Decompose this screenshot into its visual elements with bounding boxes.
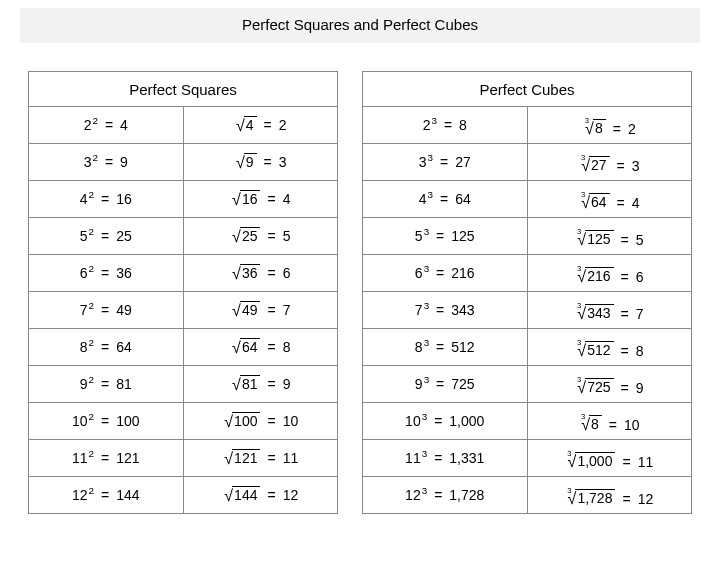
power-expression: 23 = 8 — [423, 117, 467, 133]
power-result: 512 — [451, 339, 474, 355]
base-value: 102 — [72, 413, 94, 429]
equals-sign: = — [436, 376, 444, 392]
root-equation: √ 64 = 8 — [230, 338, 290, 357]
power-result: 144 — [116, 487, 139, 503]
equals-sign: = — [434, 450, 442, 466]
radicand: 512 — [585, 341, 613, 360]
base-value: 103 — [405, 413, 427, 429]
base-value: 52 — [80, 228, 94, 244]
power-cell: 53 = 125 — [363, 218, 528, 255]
table-row: 53 = 125 3 √ 125 = 5 — [363, 218, 692, 255]
radicand: 8 — [593, 119, 606, 138]
base-value: 93 — [415, 376, 429, 392]
radicand: 8 — [589, 415, 602, 434]
base-value: 43 — [419, 191, 433, 207]
equals-sign: = — [267, 265, 275, 281]
power-expression: 22 = 4 — [84, 117, 128, 133]
root-expression: 3 √ 8 — [583, 119, 606, 138]
power-cell: 123 = 1,728 — [363, 477, 528, 514]
table-row: 112 = 121 √ 121 = 11 — [29, 440, 338, 477]
base-value: 72 — [80, 302, 94, 318]
exponent: 2 — [89, 300, 94, 311]
equals-sign: = — [621, 380, 629, 396]
root-result: 7 — [283, 302, 291, 318]
power-cell: 62 = 36 — [29, 255, 184, 292]
base-value: 92 — [80, 376, 94, 392]
root-result: 11 — [283, 450, 299, 466]
equals-sign: = — [440, 191, 448, 207]
power-expression: 122 = 144 — [72, 487, 140, 503]
power-result: 216 — [451, 265, 474, 281]
power-expression: 73 = 343 — [415, 302, 475, 318]
root-result: 12 — [283, 487, 299, 503]
radical-sign-icon: √ — [581, 157, 590, 173]
exponent: 3 — [424, 337, 429, 348]
radical-sign-icon: √ — [236, 117, 245, 133]
power-result: 27 — [455, 154, 471, 170]
exponent: 3 — [424, 263, 429, 274]
radicand: 144 — [232, 486, 260, 505]
root-expression: 3 √ 1,728 — [565, 489, 615, 508]
equals-sign: = — [434, 487, 442, 503]
radical-sign-icon: √ — [232, 265, 241, 281]
root-cell: √ 121 = 11 — [183, 440, 338, 477]
power-cell: 113 = 1,331 — [363, 440, 528, 477]
table-row: 82 = 64 √ 64 = 8 — [29, 329, 338, 366]
base-value: 82 — [80, 339, 94, 355]
power-cell: 122 = 144 — [29, 477, 184, 514]
power-expression: 103 = 1,000 — [405, 413, 484, 429]
table-row: 42 = 16 √ 16 = 4 — [29, 181, 338, 218]
root-result: 10 — [624, 417, 640, 433]
power-result: 125 — [451, 228, 474, 244]
root-cell: √ 36 = 6 — [183, 255, 338, 292]
equals-sign: = — [267, 302, 275, 318]
root-cell: 3 √ 1,000 = 11 — [527, 440, 692, 477]
table-row: 43 = 64 3 √ 64 = 4 — [363, 181, 692, 218]
root-equation: √ 100 = 10 — [222, 412, 298, 431]
root-equation: 3 √ 1,728 = 12 — [565, 489, 653, 508]
exponent: 2 — [89, 226, 94, 237]
power-result: 64 — [455, 191, 471, 207]
exponent: 3 — [422, 448, 427, 459]
root-cell: 3 √ 725 = 9 — [527, 366, 692, 403]
base-value: 33 — [419, 154, 433, 170]
root-equation: 3 √ 8 = 10 — [579, 415, 640, 434]
table-row: 123 = 1,728 3 √ 1,728 = 12 — [363, 477, 692, 514]
root-equation: √ 9 = 3 — [234, 153, 287, 172]
root-result: 9 — [283, 376, 291, 392]
power-result: 64 — [116, 339, 132, 355]
squares-table: Perfect Squares 22 = 4 √ 4 = 2 32 = — [28, 71, 338, 514]
radical-sign-icon: √ — [581, 416, 590, 432]
table-row: 52 = 25 √ 25 = 5 — [29, 218, 338, 255]
root-expression: √ 144 — [222, 486, 260, 505]
base-value: 83 — [415, 339, 429, 355]
root-equation: √ 36 = 6 — [230, 264, 290, 283]
power-expression: 102 = 100 — [72, 413, 140, 429]
root-equation: 3 √ 216 = 6 — [575, 267, 643, 286]
exponent: 2 — [89, 263, 94, 274]
cubes-body: 23 = 8 3 √ 8 = 2 33 = 27 3 — [363, 107, 692, 514]
equals-sign: = — [621, 232, 629, 248]
table-row: 23 = 8 3 √ 8 = 2 — [363, 107, 692, 144]
table-row: 102 = 100 √ 100 = 10 — [29, 403, 338, 440]
base-value: 42 — [80, 191, 94, 207]
exponent: 2 — [89, 189, 94, 200]
radicand: 49 — [240, 301, 261, 320]
radical-sign-icon: √ — [581, 194, 590, 210]
radicand: 27 — [589, 156, 610, 175]
root-equation: 3 √ 343 = 7 — [575, 304, 643, 323]
radicand: 1,000 — [575, 452, 615, 471]
base-value: 122 — [72, 487, 94, 503]
equals-sign: = — [440, 154, 448, 170]
power-expression: 53 = 125 — [415, 228, 475, 244]
radical-sign-icon: √ — [232, 302, 241, 318]
base-value: 113 — [405, 450, 427, 466]
exponent: 3 — [424, 300, 429, 311]
table-header-row: Perfect Cubes — [363, 72, 692, 107]
radicand: 9 — [244, 153, 257, 172]
root-result: 6 — [283, 265, 291, 281]
root-result: 5 — [283, 228, 291, 244]
radicand: 343 — [585, 304, 613, 323]
equals-sign: = — [264, 154, 272, 170]
power-result: 25 — [116, 228, 132, 244]
